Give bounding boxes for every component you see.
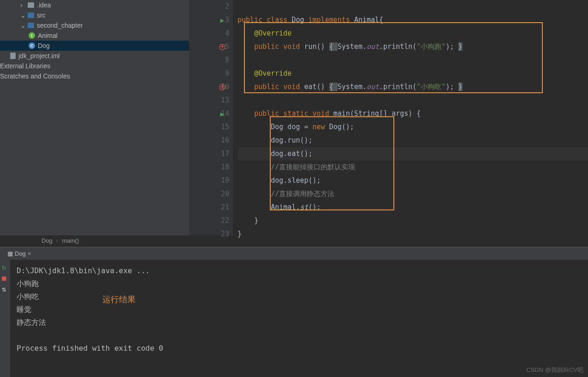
line-number: 8 bbox=[189, 54, 229, 67]
watermark: CSDN @我就叫CV吧 bbox=[526, 366, 583, 374]
run-gutter-icon[interactable]: ▶ bbox=[213, 107, 232, 120]
tree-label: External Libraries bbox=[0, 62, 50, 70]
code-area[interactable]: public class Dog implements Animal{ @Ove… bbox=[233, 0, 588, 235]
code-line: Animal.st(); bbox=[238, 201, 588, 214]
line-number: 4 bbox=[189, 27, 229, 40]
code-line: Dog dog = new Dog(); bbox=[238, 120, 588, 134]
line-number: 22 bbox=[189, 214, 229, 227]
code-line: @Override bbox=[238, 67, 588, 80]
code-line: //直接能掉接口的默认实现 bbox=[238, 161, 588, 174]
tree-label: .idea bbox=[37, 1, 51, 9]
override-gutter-icon[interactable] bbox=[213, 40, 232, 54]
rerun-icon[interactable]: ↻ bbox=[2, 263, 8, 269]
tree-iml[interactable]: jdk_project.iml bbox=[0, 51, 189, 61]
project-tree[interactable]: ›.idea ⌄src ⌄second_chapter IAnimal CDog… bbox=[0, 0, 189, 235]
line-number: 9 bbox=[189, 67, 229, 80]
tree-folder-src[interactable]: ⌄src bbox=[0, 10, 189, 20]
line-number: 21 bbox=[189, 201, 229, 214]
tree-folder-idea[interactable]: ›.idea bbox=[0, 0, 189, 10]
run-gutter-icon[interactable]: ▶ bbox=[213, 13, 232, 27]
line-number: 23 bbox=[189, 227, 229, 241]
code-line: //直接调用静态方法 bbox=[238, 187, 588, 201]
result-annotation: 运行结果 bbox=[102, 294, 136, 305]
tab-label: Dog bbox=[15, 250, 26, 257]
code-line: } bbox=[238, 214, 588, 227]
line-number: 16 bbox=[189, 134, 229, 147]
breadcrumb-item[interactable]: Dog bbox=[42, 237, 53, 244]
code-line: } bbox=[238, 227, 588, 241]
breadcrumb-sep-icon: › bbox=[56, 237, 58, 244]
line-number: 18 bbox=[189, 161, 229, 174]
code-line: @Override bbox=[238, 27, 588, 40]
code-line: dog.eat(); bbox=[238, 147, 588, 161]
console-line: 小狗吃 bbox=[17, 290, 582, 303]
tree-file-animal[interactable]: IAnimal bbox=[0, 30, 189, 41]
console-toolbar[interactable]: ↻ ■ ⇅ bbox=[0, 260, 10, 377]
line-number: 13 bbox=[189, 94, 229, 107]
stop-icon[interactable]: ■ bbox=[2, 274, 8, 280]
editor-gutter[interactable]: 2 3 ▶ 4 5 8 9 10 13 14 ▶ 15 16 17 18 19 … bbox=[189, 0, 233, 235]
tree-folder-chapter[interactable]: ⌄second_chapter bbox=[0, 20, 189, 30]
console-output[interactable]: D:\JDK\jdk1.8\bin\java.exe ... 小狗跑 小狗吃 睡… bbox=[10, 260, 588, 377]
code-line bbox=[238, 54, 588, 67]
line-number: 17 bbox=[189, 147, 229, 161]
line-number: 15 bbox=[189, 120, 229, 134]
line-number: 20 bbox=[189, 187, 229, 201]
code-line: dog.run(); bbox=[238, 134, 588, 147]
tree-label: Scratches and Consoles bbox=[0, 72, 70, 80]
layout-icon[interactable]: ⇅ bbox=[2, 285, 8, 291]
code-line: public void eat() { System.out.println("… bbox=[238, 80, 588, 94]
close-icon[interactable]: × bbox=[28, 250, 31, 257]
class-icon: C bbox=[29, 42, 35, 49]
code-line: dog.sleep(); bbox=[238, 174, 588, 187]
tree-label: Dog bbox=[38, 42, 50, 49]
tree-file-dog[interactable]: CDog bbox=[0, 41, 189, 51]
interface-icon: I bbox=[29, 32, 35, 39]
breadcrumb-item[interactable]: main() bbox=[62, 237, 79, 244]
file-icon bbox=[10, 53, 16, 59]
code-line: public static void main(String[] args) { bbox=[238, 107, 588, 120]
tree-external[interactable]: External Libraries bbox=[0, 61, 189, 71]
run-tool-window: ▦ Dog × ↻ ■ ⇅ D:\JDK\jdk1.8\bin\java.exe… bbox=[0, 247, 588, 377]
console-line: 小狗跑 bbox=[17, 277, 582, 290]
console-line: Process finished with exit code 0 bbox=[17, 342, 582, 355]
tree-label: jdk_project.iml bbox=[18, 52, 59, 60]
tree-scratches[interactable]: Scratches and Consoles bbox=[0, 71, 189, 81]
tree-label: Animal bbox=[38, 32, 58, 39]
code-editor[interactable]: 2 3 ▶ 4 5 8 9 10 13 14 ▶ 15 16 17 18 19 … bbox=[189, 0, 588, 235]
code-line: public class Dog implements Animal{ bbox=[238, 13, 588, 27]
tree-label: second_chapter bbox=[37, 22, 83, 29]
code-line bbox=[238, 94, 588, 107]
console-tabs[interactable]: ▦ Dog × bbox=[0, 247, 588, 260]
console-line bbox=[17, 329, 582, 342]
line-number: 19 bbox=[189, 174, 229, 187]
tree-label: src bbox=[37, 12, 46, 19]
console-line: D:\JDK\jdk1.8\bin\java.exe ... bbox=[17, 264, 582, 277]
code-line: public void run() { System.out.println("… bbox=[238, 40, 588, 54]
override-gutter-icon[interactable] bbox=[213, 80, 232, 94]
console-line: 睡觉 bbox=[17, 303, 582, 316]
code-line bbox=[238, 0, 588, 13]
console-tab-dog[interactable]: ▦ Dog × bbox=[5, 249, 34, 258]
line-number: 2 bbox=[189, 0, 229, 13]
console-line: 静态方法 bbox=[17, 316, 582, 329]
tab-run-icon: ▦ bbox=[7, 250, 13, 257]
